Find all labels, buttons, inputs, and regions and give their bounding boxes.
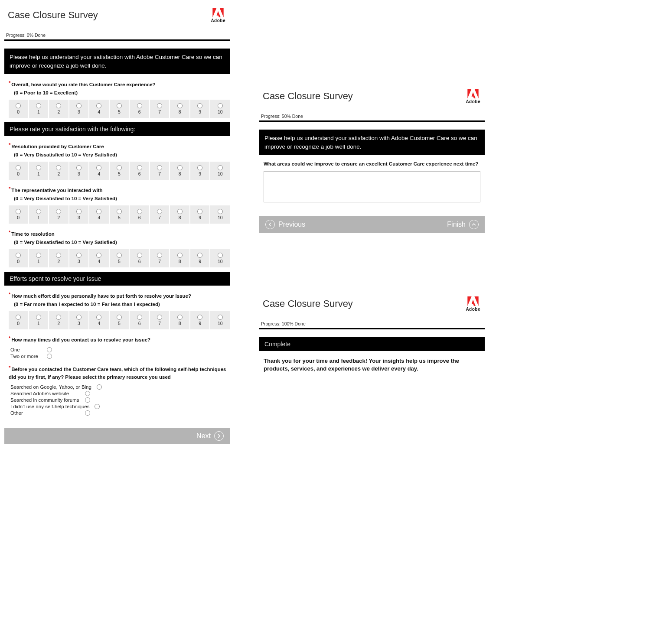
required-marker: * <box>9 292 10 297</box>
scale-option-10[interactable]: 10 <box>210 100 230 118</box>
improve-textarea[interactable] <box>264 171 480 202</box>
option-row[interactable]: Searched in community forums <box>10 397 230 403</box>
scale-option-10[interactable]: 10 <box>210 205 230 224</box>
scale-option-10[interactable]: 10 <box>210 311 230 329</box>
scale-option-1[interactable]: 1 <box>29 205 49 224</box>
scale-option-5[interactable]: 5 <box>110 162 129 180</box>
scale-option-2[interactable]: 2 <box>49 162 69 180</box>
scale-option-0[interactable]: 0 <box>9 311 28 329</box>
scale-option-4[interactable]: 4 <box>89 205 109 224</box>
scale-option-7[interactable]: 7 <box>150 249 170 267</box>
scale-option-8[interactable]: 8 <box>170 249 189 267</box>
scale-number: 1 <box>37 215 40 220</box>
scale-effort: 012345678910 <box>9 311 230 329</box>
scale-option-9[interactable]: 9 <box>190 205 210 224</box>
option-row[interactable]: One <box>10 347 230 352</box>
radio-icon <box>16 315 21 320</box>
scale-option-0[interactable]: 0 <box>9 249 28 267</box>
scale-option-3[interactable]: 3 <box>69 205 89 224</box>
arrow-left-icon <box>265 220 275 229</box>
scale-option-5[interactable]: 5 <box>110 311 129 329</box>
scale-option-10[interactable]: 10 <box>210 162 230 180</box>
scale-option-9[interactable]: 9 <box>190 162 210 180</box>
option-row[interactable]: Searched on Google, Yahoo, or Bing <box>10 384 230 390</box>
scale-overall: 012345678910 <box>9 100 230 118</box>
scale-number: 4 <box>98 215 101 220</box>
scale-option-1[interactable]: 1 <box>29 311 49 329</box>
scale-option-7[interactable]: 7 <box>150 205 170 224</box>
question-overall: *Overall, how would you rate this Custom… <box>9 80 227 96</box>
scale-option-8[interactable]: 8 <box>170 205 189 224</box>
scale-option-2[interactable]: 2 <box>49 249 69 267</box>
question-effort: *How much effort did you personally have… <box>9 292 227 308</box>
radio-icon <box>56 315 61 320</box>
scale-option-3[interactable]: 3 <box>69 311 89 329</box>
scale-option-7[interactable]: 7 <box>150 162 170 180</box>
scale-option-6[interactable]: 6 <box>130 205 149 224</box>
scale-number: 2 <box>57 215 60 220</box>
scale-option-2[interactable]: 2 <box>49 205 69 224</box>
radio-icon <box>36 165 41 170</box>
scale-number: 5 <box>118 171 121 176</box>
scale-option-1[interactable]: 1 <box>29 162 49 180</box>
radio-icon <box>95 404 100 409</box>
scale-option-8[interactable]: 8 <box>170 311 189 329</box>
scale-option-4[interactable]: 4 <box>89 311 109 329</box>
scale-option-6[interactable]: 6 <box>130 249 149 267</box>
scale-number: 5 <box>118 215 121 220</box>
radio-icon <box>56 253 61 258</box>
scale-option-9[interactable]: 9 <box>190 249 210 267</box>
radio-icon <box>96 103 101 108</box>
scale-option-5[interactable]: 5 <box>110 249 129 267</box>
scale-option-2[interactable]: 2 <box>49 100 69 118</box>
option-row[interactable]: Two or more <box>10 354 230 359</box>
scale-option-3[interactable]: 3 <box>69 162 89 180</box>
option-row[interactable]: Searched Adobe's website <box>10 391 230 396</box>
radio-icon <box>218 253 223 258</box>
scale-option-8[interactable]: 8 <box>170 100 189 118</box>
scale-option-0[interactable]: 0 <box>9 205 28 224</box>
scale-option-10[interactable]: 10 <box>210 249 230 267</box>
radio-icon <box>157 315 162 320</box>
scale-option-2[interactable]: 2 <box>49 311 69 329</box>
option-row[interactable]: Other <box>10 410 230 416</box>
scale-option-0[interactable]: 0 <box>9 100 28 118</box>
scale-option-9[interactable]: 9 <box>190 100 210 118</box>
radio-icon <box>47 354 52 359</box>
scale-option-3[interactable]: 3 <box>69 100 89 118</box>
scale-number: 6 <box>138 109 141 114</box>
radio-icon <box>117 165 122 170</box>
scale-option-8[interactable]: 8 <box>170 162 189 180</box>
section-efforts: Efforts spent to resolve your Issue <box>4 272 230 286</box>
scale-option-7[interactable]: 7 <box>150 311 170 329</box>
finish-button[interactable]: Finish <box>447 220 479 229</box>
scale-option-6[interactable]: 6 <box>130 311 149 329</box>
radio-icon <box>36 253 41 258</box>
scale-option-3[interactable]: 3 <box>69 249 89 267</box>
radio-icon <box>56 209 61 214</box>
scale-option-5[interactable]: 5 <box>110 205 129 224</box>
previous-button[interactable]: Previous <box>265 220 305 229</box>
scale-option-7[interactable]: 7 <box>150 100 170 118</box>
scale-number: 6 <box>138 321 141 326</box>
question-resolution: *Resolution provided by Customer Care (0… <box>9 142 227 158</box>
radio-icon <box>197 165 202 170</box>
scale-option-6[interactable]: 6 <box>130 162 149 180</box>
adobe-logo: Adobe <box>211 8 225 23</box>
scale-option-1[interactable]: 1 <box>29 249 49 267</box>
next-button[interactable]: Next <box>196 431 224 441</box>
option-row[interactable]: I didn't use any self-help techniques <box>10 404 230 409</box>
scale-number: 2 <box>57 109 60 114</box>
scale-option-4[interactable]: 4 <box>89 249 109 267</box>
scale-option-9[interactable]: 9 <box>190 311 210 329</box>
scale-option-1[interactable]: 1 <box>29 100 49 118</box>
scale-option-4[interactable]: 4 <box>89 100 109 118</box>
scale-option-6[interactable]: 6 <box>130 100 149 118</box>
radio-icon <box>96 165 101 170</box>
scale-option-0[interactable]: 0 <box>9 162 28 180</box>
radio-icon <box>36 103 41 108</box>
scale-option-5[interactable]: 5 <box>110 100 129 118</box>
question-text: Before you contacted the Customer Care t… <box>9 367 226 380</box>
option-label: Searched in community forums <box>10 397 80 403</box>
scale-option-4[interactable]: 4 <box>89 162 109 180</box>
